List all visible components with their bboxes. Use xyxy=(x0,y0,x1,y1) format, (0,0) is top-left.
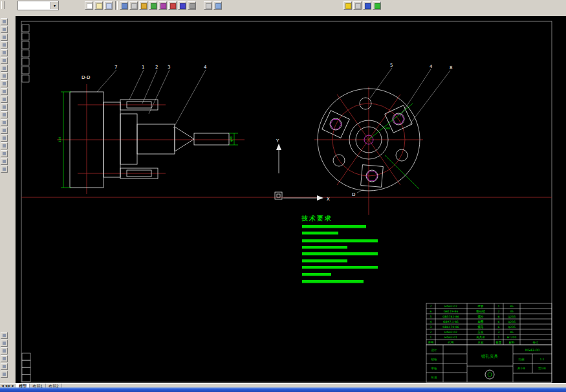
tech-requirements-title: 技术要求 xyxy=(301,215,332,222)
callout-8: 8 xyxy=(450,65,452,71)
parts-list: 7HG42-07镗套145 6GB119-86圆柱销235 5GB5782-86… xyxy=(426,303,552,345)
callout-2: 2 xyxy=(155,65,158,70)
layout-tab-bar: ◀ ◀ ▶ ▶ 模型 布局1 布局2 xyxy=(0,383,566,387)
style-combo[interactable]: ▾ xyxy=(17,1,59,10)
dock-button[interactable] xyxy=(1,158,8,165)
callout-3: 3 xyxy=(168,65,170,70)
properties-icon[interactable] xyxy=(353,1,362,10)
pan-icon[interactable] xyxy=(204,1,212,10)
tech-requirement-line xyxy=(302,239,378,243)
dock-button[interactable] xyxy=(1,355,8,362)
copy-icon[interactable] xyxy=(149,1,157,10)
svg-text:GB5782-86: GB5782-86 xyxy=(442,315,459,318)
page-label: 第1张 xyxy=(538,367,546,370)
svg-text:夹具体: 夹具体 xyxy=(476,336,485,339)
svg-text:6: 6 xyxy=(498,320,500,323)
section-label: D-D xyxy=(82,75,90,80)
toolbar-separator xyxy=(115,1,118,10)
stamp-logo-icon xyxy=(485,370,494,379)
cut-icon[interactable] xyxy=(139,1,147,10)
ucs-icon[interactable] xyxy=(363,1,371,10)
dock-button[interactable] xyxy=(1,26,8,33)
section-marker-d: D xyxy=(352,192,355,197)
ucs-y-label: Y xyxy=(276,138,279,144)
sign-label: 设计 xyxy=(431,348,438,352)
tech-requirement-line xyxy=(302,273,331,276)
dropdown-arrow-icon[interactable]: ▾ xyxy=(50,2,58,9)
dock-button[interactable] xyxy=(1,96,8,103)
open-icon[interactable] xyxy=(94,1,103,10)
dock-button[interactable] xyxy=(1,166,8,173)
svg-text:备注: 备注 xyxy=(533,341,539,344)
svg-text:35: 35 xyxy=(510,310,514,313)
dock-button[interactable] xyxy=(1,80,8,87)
match-properties-icon[interactable] xyxy=(168,1,177,10)
dock-button[interactable] xyxy=(1,150,8,157)
cad-window: ▾ xyxy=(0,0,566,392)
preview-icon[interactable] xyxy=(129,1,138,10)
dock-button[interactable] xyxy=(1,88,8,95)
svg-text:螺母: 螺母 xyxy=(478,325,484,329)
edit-toolbar-group xyxy=(120,1,197,10)
dock-button[interactable] xyxy=(1,57,8,64)
top-toolbar: ▾ xyxy=(0,0,566,16)
taskbar-strip[interactable] xyxy=(0,387,566,392)
dock-button[interactable] xyxy=(1,18,8,25)
dock-button[interactable] xyxy=(1,135,8,142)
star-icon[interactable] xyxy=(343,1,352,10)
drawing-svg: D-D 150 φ40 xyxy=(16,16,566,383)
svg-text:GB6170-86: GB6170-86 xyxy=(442,325,459,329)
zoom-icon[interactable] xyxy=(213,1,222,10)
undo-icon[interactable] xyxy=(178,1,186,10)
svg-text:HG42-01: HG42-01 xyxy=(444,336,457,339)
toolbar-grip[interactable] xyxy=(1,1,5,9)
svg-text:HG42-07: HG42-07 xyxy=(444,305,457,308)
dock-button[interactable] xyxy=(1,340,8,347)
dock-button[interactable] xyxy=(1,363,8,370)
svg-text:6: 6 xyxy=(498,315,500,318)
dock-button[interactable] xyxy=(1,49,8,56)
view-toolbar-group xyxy=(204,1,223,10)
svg-text:7: 7 xyxy=(430,305,432,308)
dock-button[interactable] xyxy=(1,111,8,118)
svg-text:6: 6 xyxy=(430,310,432,313)
dim-thread: M8 xyxy=(386,127,390,130)
tech-requirement-line xyxy=(302,225,366,228)
dock-button[interactable] xyxy=(1,371,8,378)
sheet-frame xyxy=(21,21,552,382)
redo-icon[interactable] xyxy=(188,1,196,10)
title-block: 设计 校核 审核 批准 镗孔夹具 HG42-00 比例 1:1 共1张 第1张 xyxy=(426,345,552,382)
sign-label: 校核 xyxy=(431,358,438,361)
dock-button[interactable] xyxy=(1,347,8,354)
dock-button[interactable] xyxy=(1,41,8,49)
dock-button[interactable] xyxy=(1,34,8,41)
render-icon[interactable] xyxy=(373,1,381,10)
dock-button[interactable] xyxy=(1,142,8,149)
svg-text:Q235: Q235 xyxy=(508,315,516,318)
ucs-x-label: X xyxy=(327,197,330,202)
dock-button[interactable] xyxy=(1,65,8,72)
paste-icon[interactable] xyxy=(158,1,167,10)
tech-requirement-line xyxy=(302,252,378,256)
draw-toolbar xyxy=(1,18,8,173)
svg-text:1: 1 xyxy=(498,305,500,308)
drawing-canvas[interactable]: D-D 150 φ40 xyxy=(16,16,566,383)
svg-text:HG42-02: HG42-02 xyxy=(444,331,457,334)
svg-text:序号: 序号 xyxy=(428,341,435,344)
dock-button[interactable] xyxy=(1,332,8,339)
file-toolbar-group xyxy=(85,1,114,10)
drawing-number: HG42-00 xyxy=(525,348,539,352)
modify-toolbar xyxy=(1,332,8,378)
dock-button[interactable] xyxy=(1,103,8,111)
dock-button[interactable] xyxy=(1,72,8,80)
new-icon[interactable] xyxy=(85,1,93,10)
callout-5: 5 xyxy=(390,63,393,68)
svg-text:1: 1 xyxy=(430,336,432,339)
save-icon[interactable] xyxy=(104,1,113,10)
svg-text:GB97.1-85: GB97.1-85 xyxy=(443,320,459,323)
dock-button[interactable] xyxy=(1,127,8,134)
dock-button[interactable] xyxy=(1,119,8,126)
svg-text:材料: 材料 xyxy=(508,341,516,345)
print-icon[interactable] xyxy=(120,1,128,10)
svg-text:1: 1 xyxy=(498,336,500,339)
